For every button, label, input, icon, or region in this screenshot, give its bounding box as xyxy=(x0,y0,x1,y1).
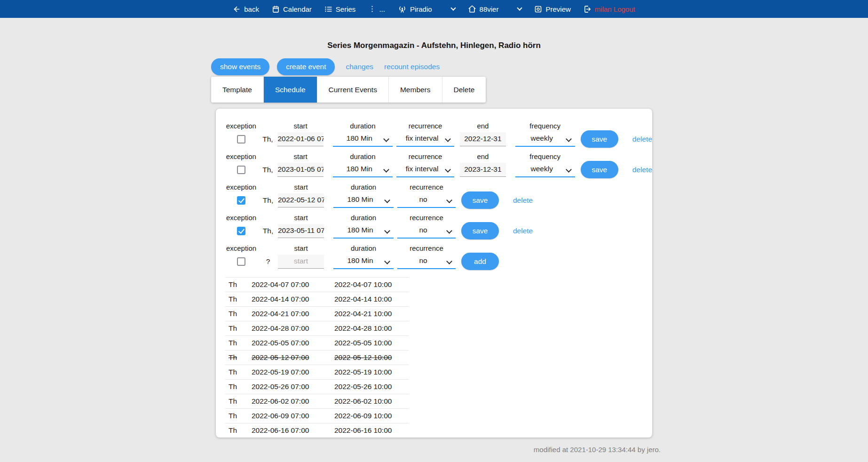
delete-link[interactable]: delete xyxy=(632,135,652,143)
event-start: 2022-05-05 07:00 xyxy=(252,339,334,347)
changes-link[interactable]: changes xyxy=(346,63,373,71)
event-row: Th 2022-04-28 07:00 2022-04-28 10:00 xyxy=(225,321,409,336)
exception-checkbox[interactable] xyxy=(237,166,245,174)
event-row: Th 2022-04-21 07:00 2022-04-21 10:00 xyxy=(225,307,409,321)
save-button[interactable]: save xyxy=(461,222,499,239)
start-input[interactable] xyxy=(278,224,324,238)
nav-station[interactable]: 88vier xyxy=(468,5,499,13)
chevron-down-icon: no xyxy=(397,223,456,239)
event-day: Th xyxy=(225,310,252,318)
show-events-button[interactable]: show events xyxy=(211,58,269,75)
end-input[interactable] xyxy=(460,132,505,146)
start-label: start xyxy=(293,121,307,131)
recurrence-select[interactable]: no xyxy=(397,193,456,208)
event-start: 2022-06-02 07:00 xyxy=(252,397,334,406)
end-input[interactable] xyxy=(460,163,505,177)
top-nav: back Calendar Series ⋮ ... Piradio 88vie… xyxy=(0,0,868,18)
schedule-rule-row: exception Th, start duration 180 Min rec… xyxy=(225,182,652,208)
start-input[interactable] xyxy=(278,193,324,207)
delete-link[interactable]: delete xyxy=(513,227,533,235)
delete-link[interactable]: delete xyxy=(632,166,652,174)
nav-preview[interactable]: Preview xyxy=(534,5,570,13)
recurrence-select[interactable]: no xyxy=(397,223,456,239)
event-end: 2022-05-05 10:00 xyxy=(334,339,405,347)
day-label: Th, xyxy=(261,192,275,208)
delete-link[interactable]: delete xyxy=(513,196,533,205)
save-button[interactable]: save xyxy=(581,161,618,178)
event-start: 2022-06-16 07:00 xyxy=(252,426,334,435)
frequency-select[interactable]: weekly xyxy=(515,132,575,147)
chevron-down-icon xyxy=(517,5,522,10)
duration-select[interactable]: 180 Min xyxy=(333,193,394,208)
recurrence-label: recurrence xyxy=(410,243,443,253)
add-button[interactable]: add xyxy=(461,253,499,270)
exception-checkbox[interactable] xyxy=(237,227,245,235)
event-row: Th 2022-04-07 07:00 2022-04-07 10:00 xyxy=(225,278,409,292)
day-label: Th, xyxy=(261,131,275,147)
duration-select[interactable]: 180 Min xyxy=(333,223,394,239)
frequency-select[interactable]: weekly xyxy=(515,162,575,177)
duration-label: duration xyxy=(350,121,375,131)
nav-calendar[interactable]: Calendar xyxy=(272,5,312,13)
exception-checkbox[interactable] xyxy=(237,257,245,266)
preview-icon xyxy=(534,5,542,13)
exception-label: exception xyxy=(226,213,256,223)
event-row: Th 2022-06-09 07:00 2022-06-09 10:00 xyxy=(225,409,409,423)
nav-piradio[interactable]: Piradio xyxy=(398,5,432,14)
nav-more[interactable]: ⋮ ... xyxy=(368,5,385,13)
recurrence-label: recurrence xyxy=(409,151,442,161)
start-input[interactable] xyxy=(277,163,323,177)
recount-episodes-link[interactable]: recount episodes xyxy=(384,63,440,71)
page-title: Series Morgenmagazin - Aufstehn, Hinlege… xyxy=(216,41,652,50)
event-day: Th xyxy=(225,397,252,406)
frequency-label: frequency xyxy=(529,121,560,131)
series-actions: show events create event changes recount… xyxy=(211,58,652,75)
tab-delete[interactable]: Delete xyxy=(442,77,486,103)
chevron-down-icon: 180 Min xyxy=(333,254,394,269)
exception-checkbox[interactable] xyxy=(237,196,245,205)
event-end: 2022-05-12 10:00 xyxy=(334,353,405,362)
exception-label: exception xyxy=(226,182,256,192)
event-end: 2022-06-02 10:00 xyxy=(334,397,405,406)
duration-select[interactable]: 180 Min xyxy=(333,132,393,147)
duration-select[interactable]: 180 Min xyxy=(333,162,393,177)
chevron-down-icon: 180 Min xyxy=(333,223,394,239)
piradio-dropdown[interactable] xyxy=(451,8,455,10)
station-dropdown[interactable] xyxy=(518,8,521,10)
recurrence-select[interactable]: fix interval xyxy=(396,132,454,147)
recurrence-label: recurrence xyxy=(410,182,443,192)
recurrence-select[interactable]: fix interval xyxy=(396,162,454,177)
recurrence-select[interactable]: no xyxy=(397,254,456,269)
end-label: end xyxy=(477,151,489,161)
save-button[interactable]: save xyxy=(581,130,618,148)
event-day: Th xyxy=(225,412,252,420)
schedule-card: exception Th, start duration 180 Min rec… xyxy=(216,109,652,438)
events-table: Th 2022-04-07 07:00 2022-04-07 10:00 Th … xyxy=(225,277,409,438)
chevron-down-icon: no xyxy=(397,193,456,208)
nav-series[interactable]: Series xyxy=(324,5,356,13)
tab-schedule[interactable]: Schedule xyxy=(264,77,317,103)
tab-members[interactable]: Members xyxy=(389,77,442,103)
event-start: 2022-04-21 07:00 xyxy=(252,310,334,318)
start-label: start xyxy=(293,151,307,161)
exception-checkbox[interactable] xyxy=(237,135,245,143)
start-input[interactable] xyxy=(277,132,323,146)
schedule-form: exception Th, start duration 180 Min rec… xyxy=(225,121,652,270)
save-button[interactable]: save xyxy=(461,191,499,209)
event-day: Th xyxy=(225,382,252,391)
calendar-icon xyxy=(272,5,280,13)
recurrence-label: recurrence xyxy=(410,213,443,223)
list-icon xyxy=(324,5,332,13)
schedule-rule-row: exception Th, start duration 180 Min rec… xyxy=(225,151,652,178)
create-event-button[interactable]: create event xyxy=(277,58,335,75)
duration-select[interactable]: 180 Min xyxy=(333,254,394,269)
recurrence-label: recurrence xyxy=(409,121,442,131)
start-input[interactable] xyxy=(278,255,324,269)
nav-back[interactable]: back xyxy=(233,5,259,13)
event-start: 2022-05-26 07:00 xyxy=(252,382,334,391)
chevron-down-icon: 180 Min xyxy=(333,193,394,208)
nav-logout[interactable]: milan Logout xyxy=(584,5,635,13)
tab-current-events[interactable]: Current Events xyxy=(317,77,389,103)
day-label: Th, xyxy=(261,161,275,178)
tab-template[interactable]: Template xyxy=(211,77,264,103)
